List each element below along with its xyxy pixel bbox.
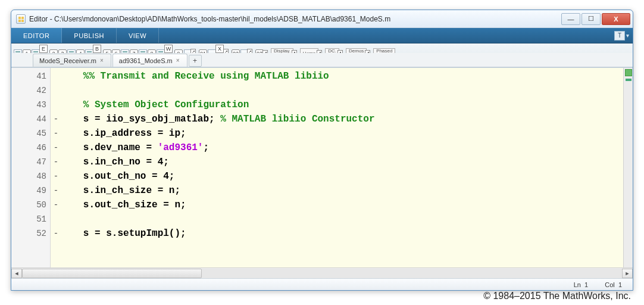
line-number: 51 [11,212,50,226]
file-tab-label: ModeS_Receiver.m [39,57,96,64]
exec-marker [51,69,61,83]
line-number: 47 [11,155,50,169]
file-tab-label: ad9361_ModeS.m [119,57,173,64]
code-line[interactable]: s.ip_address = ip; [61,126,623,141]
line-number: 45 [11,126,50,141]
copyright-text: © 1984–2015 The MathWorks, Inc. [483,291,631,301]
file-tab-modes[interactable]: ad9361_ModeS.m × [112,54,187,67]
code-overview-strip[interactable] [623,68,633,267]
exec-marker: - [51,183,61,198]
minimize-button[interactable]: — [561,13,580,25]
scroll-left-button[interactable]: ◄ [11,269,22,278]
line-number: 43 [11,98,50,112]
file-tab-add[interactable]: + [189,55,202,67]
exec-marker [51,212,61,226]
code-line[interactable] [61,83,623,98]
code-line[interactable]: s.in_ch_size = n; [61,183,623,198]
scroll-right-button[interactable]: ► [622,269,633,278]
line-number: 52 [11,226,50,241]
exec-marker: - [51,112,61,126]
breakpoint-margin[interactable]: -------- [51,68,61,267]
code-line[interactable]: s = s.setupImpl(); [61,226,623,241]
overview-mark [626,79,632,81]
qat-letter-w[interactable]: W [164,45,173,53]
line-number: 49 [11,183,50,198]
line-number: 46 [11,141,50,155]
code-line[interactable]: s.dev_name = 'ad9361'; [61,141,623,155]
exec-marker: - [51,155,61,169]
editor-window: Editor - C:\Users\mdonovan\Desktop\ADI\M… [11,10,633,291]
app-icon [16,14,26,24]
scroll-thumb[interactable] [22,269,202,278]
code-line[interactable]: % System Object Configuration [61,98,623,112]
exec-marker [51,83,61,98]
qat-letter-x[interactable]: X [215,45,224,53]
code-line[interactable]: %% Transmit and Receive using MATLAB lib… [61,69,623,83]
status-col: Col 1 [605,281,622,288]
code-line[interactable]: s.out_ch_no = 4; [61,169,623,183]
toolstrip-letter[interactable]: T [614,31,625,41]
code-line[interactable]: s.out_ch_size = n; [61,198,623,212]
maximize-button[interactable]: ☐ [582,13,601,25]
qat-letter-b[interactable]: B [93,45,101,53]
exec-marker [51,98,61,112]
horizontal-scrollbar: ◄ ► [11,267,633,278]
file-tab-receiver[interactable]: ModeS_Receiver.m × [33,54,111,67]
qat-letter-e[interactable]: E [39,45,48,53]
tab-view[interactable]: VIEW [117,28,159,43]
toolstrip-dropdown-icon[interactable]: ▾ [626,32,629,39]
toolstrip: EDITOR PUBLISH VIEW T ▾ [11,28,633,43]
line-number: 44 [11,112,50,126]
exec-marker: - [51,226,61,241]
file-tab-close-icon[interactable]: × [176,57,180,64]
tab-publish[interactable]: PUBLISH [62,28,117,43]
window-title: Editor - C:\Users\mdonovan\Desktop\ADI\M… [29,15,560,23]
overview-indicator-icon [625,69,632,76]
line-number: 41 [11,69,50,83]
close-button[interactable]: X [602,13,630,25]
line-number: 50 [11,198,50,212]
line-gutter: 414243444546474849505152 [11,68,51,267]
status-bar: Ln 1 Col 1 [11,278,633,290]
toolstrip-right: T ▾ [614,28,633,43]
code-line[interactable] [61,212,623,226]
tab-editor[interactable]: EDITOR [11,28,62,43]
scroll-track[interactable] [22,269,622,278]
code-area[interactable]: %% Transmit and Receive using MATLAB lib… [61,68,623,267]
code-line[interactable]: s = iio_sys_obj_matlab; % MATLAB libiio … [61,112,623,126]
editor-area: 414243444546474849505152 -------- %% Tra… [11,67,633,267]
file-tab-close-icon[interactable]: × [100,57,104,64]
exec-marker: - [51,141,61,155]
exec-marker: - [51,198,61,212]
window-buttons: — ☐ X [560,13,630,25]
file-tabs: ModeS_Receiver.m × ad9361_ModeS.m × + [11,53,633,67]
titlebar: Editor - C:\Users\mdonovan\Desktop\ADI\M… [11,10,633,28]
status-line: Ln 1 [574,281,589,288]
exec-marker: - [51,169,61,183]
line-number: 48 [11,169,50,183]
code-line[interactable]: s.in_ch_no = 4; [61,155,623,169]
line-number: 42 [11,83,50,98]
exec-marker: - [51,126,61,141]
